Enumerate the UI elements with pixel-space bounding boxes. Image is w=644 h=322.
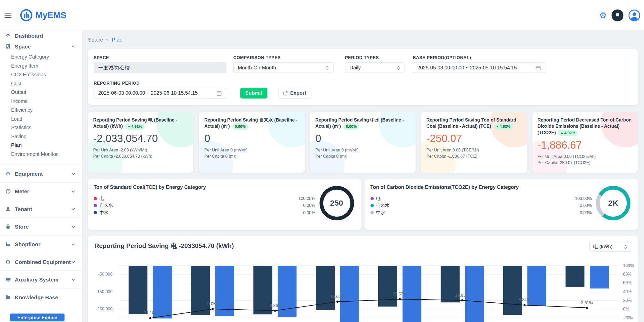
- breadcrumb: Space » Plan: [88, 37, 638, 43]
- legend-dot: [370, 197, 374, 200]
- space-label: SPACE: [94, 55, 226, 60]
- metric-cards-row: Reporting Period Saving 电 (Baseline - Ac…: [88, 112, 638, 173]
- sidebar-item-dashboard[interactable]: Dashboard: [0, 30, 82, 41]
- sidebar-subitem-output[interactable]: Output: [0, 88, 82, 97]
- export-button[interactable]: Export: [278, 88, 311, 98]
- sidebar-subitem-environment-monitor[interactable]: Environment Monitor: [0, 150, 82, 159]
- folder-icon: [4, 294, 11, 300]
- user-avatar[interactable]: [629, 9, 640, 21]
- change-badge: 0.00%: [232, 123, 248, 130]
- base-period-input[interactable]: 2025-05-03 00:00:00 ~ 2025-05-10 15:54:1…: [413, 62, 546, 73]
- sidebar-subitem-co2-emissions[interactable]: CO2 Emissions: [0, 71, 82, 79]
- legend-item: 电: [370, 195, 390, 202]
- sidebar-item-combined-equipment[interactable]: ⚙ Combined Equipment: [0, 253, 82, 270]
- sidebar-item-knowledge-base[interactable]: Knowledge Base: [0, 288, 82, 306]
- gear-icon: ⚙: [4, 171, 11, 176]
- donut-center-value: 250: [319, 186, 354, 221]
- breadcrumb-separator: »: [106, 37, 109, 43]
- card-title: Ton of Standard Coal(TCE) by Energy Cate…: [94, 184, 356, 190]
- select-chevrons-icon: [624, 244, 627, 249]
- per-capita: Per Capita -2,033,054.70 (kWh): [93, 154, 188, 158]
- per-unit-area: Per Unit Area 0.00 (TCO2E/M²): [537, 154, 632, 159]
- sidebar-item-store[interactable]: Store: [0, 218, 82, 235]
- legend-item: 自来水: [94, 202, 113, 209]
- menu-icon[interactable]: [4, 10, 14, 20]
- tce-by-category-card: Ton of Standard Coal(TCE) by Energy Cate…: [88, 179, 361, 230]
- calendar-icon: [216, 91, 222, 96]
- sidebar-item-tenant[interactable]: Tenant: [0, 200, 82, 218]
- chevron-down-icon: [71, 189, 75, 193]
- line-point-label: 16.60%: [330, 294, 345, 299]
- base-period-label: BASE PERIOD(OPTIONAL): [413, 55, 546, 60]
- metric-card-reclaimed-water-saving: Reporting Period Saving 中水 (Baseline - A…: [310, 112, 416, 173]
- donut-cards-row: Ton of Standard Coal(TCE) by Energy Cate…: [88, 179, 638, 230]
- sidebar-subitem-saving[interactable]: Saving: [0, 132, 82, 141]
- line-point-label: 2.61%: [581, 300, 593, 305]
- chevron-up-icon: [71, 44, 75, 49]
- notifications-bell-icon[interactable]: [611, 9, 623, 21]
- change-badge: 0.00%: [343, 123, 359, 130]
- space-input[interactable]: 一度城/办公楼: [94, 62, 226, 73]
- legend-dot: [370, 204, 374, 207]
- comparison-type-select[interactable]: Month-On-Month: [233, 62, 333, 73]
- sidebar-item-shopfloor[interactable]: Shopfloor: [0, 235, 82, 253]
- sidebar-subitem-energy-category[interactable]: Energy Category: [0, 53, 82, 62]
- legend-item: 自来水: [370, 202, 390, 209]
- breadcrumb-space[interactable]: Space: [88, 37, 103, 43]
- reporting-period-input[interactable]: 2025-06-03 00:00:00 ~ 2025-06-10 15:54:1…: [94, 88, 226, 98]
- select-chevrons-icon: [325, 65, 329, 70]
- chart-unit-select[interactable]: 电 (kWh): [589, 242, 631, 252]
- chart-title: Reporting Period Saving 电 -2033054.70 (k…: [95, 242, 234, 250]
- breadcrumb-plan[interactable]: Plan: [112, 37, 122, 43]
- reporting-period-label: REPORTING PERIOD: [94, 81, 226, 85]
- line-point-label: -3.86%: [268, 303, 282, 308]
- chevron-down-icon: [71, 171, 75, 176]
- sidebar-subitem-load[interactable]: Load: [0, 115, 82, 124]
- sidebar-item-meter[interactable]: Meter: [0, 182, 82, 200]
- space-submenu: Energy Category Energy Item CO2 Emission…: [0, 52, 82, 161]
- sidebar-subitem-income[interactable]: Income: [0, 97, 82, 106]
- chevron-down-icon: [71, 277, 75, 281]
- legend-dot: [94, 204, 97, 207]
- change-badge: 4.92%: [558, 130, 578, 136]
- submit-button[interactable]: Submit: [240, 88, 267, 98]
- brand-logo[interactable]: MyEMS: [20, 9, 66, 21]
- legend: 电 自来水 中水: [370, 195, 390, 216]
- sidebar-subitem-plan[interactable]: Plan: [0, 141, 82, 150]
- sidebar: Dashboard Space Energy Category Energy I…: [0, 30, 82, 322]
- settings-gear-icon[interactable]: ⚙: [599, 11, 607, 19]
- gears-icon: ⚙: [4, 259, 11, 265]
- person-icon: [4, 206, 11, 212]
- per-unit-area: Per Unit Area -2.03 (kWh/M²): [93, 148, 188, 152]
- metric-value: -2,033,054.70: [93, 133, 188, 144]
- per-unit-area: Per Unit Area 0 (m³/M²): [204, 148, 299, 152]
- tco2e-donut-chart: 2K: [596, 186, 631, 221]
- sidebar-item-equipment[interactable]: ⚙ Equipment: [0, 165, 82, 182]
- caret-up-icon: [496, 126, 499, 127]
- sidebar-subitem-cost[interactable]: Cost: [0, 79, 82, 88]
- monitor-icon: [4, 277, 11, 282]
- sidebar-item-label: Dashboard: [15, 33, 43, 39]
- legend-dot: [94, 197, 97, 200]
- line-point-label: -21.18%: [143, 311, 158, 315]
- enterprise-edition-button[interactable]: Enterprise Edition: [10, 313, 65, 321]
- per-capita: Per Capita 0 (m³): [315, 154, 410, 158]
- sidebar-subitem-statistics[interactable]: Statistics: [0, 124, 82, 132]
- tce-donut-chart: 250: [319, 186, 354, 221]
- sidebar-item-auxiliary-system[interactable]: Auxiliary System: [0, 270, 82, 288]
- line-point-label: -0.05%: [206, 302, 219, 306]
- caret-up-icon: [128, 126, 130, 127]
- chevron-down-icon: [71, 260, 75, 264]
- building-icon: [4, 44, 11, 49]
- brand-name: MyEMS: [35, 10, 66, 20]
- saving-chart-card: Reporting Period Saving 电 -2033054.70 (k…: [88, 236, 638, 322]
- period-type-select[interactable]: Daily: [345, 62, 405, 73]
- sidebar-item-space[interactable]: Space: [0, 41, 82, 52]
- chevron-down-icon: [71, 207, 75, 211]
- card-title: Ton of Carbon Dioxide Emissions(TCO2E) b…: [370, 184, 632, 190]
- legend-item: 中水: [370, 209, 390, 216]
- sidebar-subitem-energy-item[interactable]: Energy Item: [0, 62, 82, 70]
- metric-value: 0: [204, 133, 299, 144]
- metric-value: -1,886.67: [537, 139, 632, 151]
- sidebar-subitem-efficiency[interactable]: Efficiency: [0, 106, 82, 115]
